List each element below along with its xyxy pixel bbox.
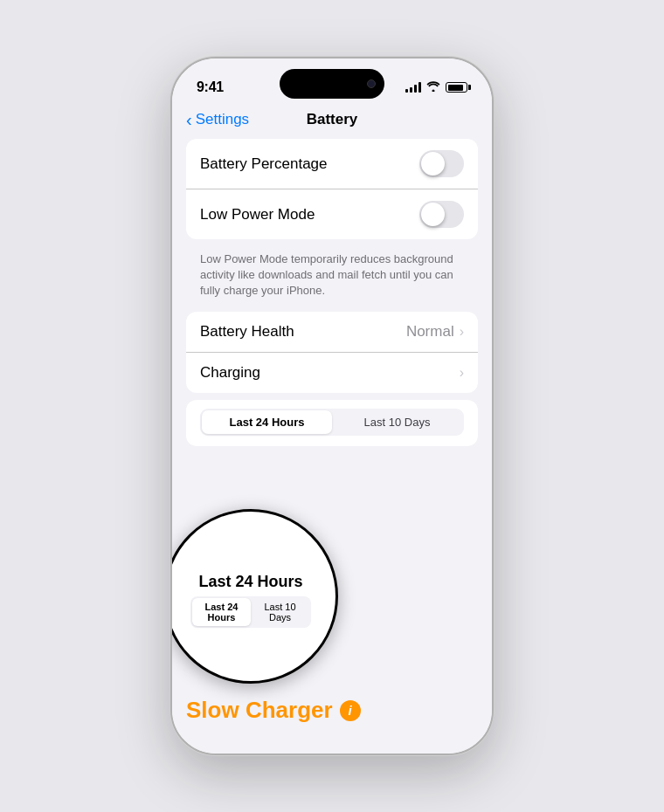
charging-label: Charging (200, 364, 260, 382)
back-label: Settings (196, 111, 249, 128)
dynamic-island (280, 69, 384, 99)
signal-icon (405, 82, 421, 93)
camera-indicator (367, 79, 376, 88)
battery-percentage-row[interactable]: Battery Percentage (186, 139, 478, 189)
battery-health-label: Battery Health (200, 323, 294, 341)
magnify-content: Last 24 Hours Last 24 Hours Last 10 Days (172, 559, 335, 635)
info-icon[interactable]: i (340, 700, 361, 721)
chevron-right-icon: › (460, 324, 464, 340)
battery-percentage-label: Battery Percentage (200, 155, 328, 173)
low-power-mode-label: Low Power Mode (200, 206, 315, 224)
low-power-description: Low Power Mode temporarily reduces backg… (186, 246, 478, 312)
slow-charger-area: Slow Charger i (186, 697, 361, 724)
magnify-segment-control: Last 24 Hours Last 10 Days (190, 596, 311, 628)
power-button[interactable] (492, 233, 494, 294)
toggles-group: Battery Percentage Low Power Mode (186, 139, 478, 239)
charging-right: › (460, 365, 464, 381)
last-24-hours-tab[interactable]: Last 24 Hours (202, 410, 332, 434)
charging-row[interactable]: Charging › (186, 352, 478, 393)
nav-group: Battery Health Normal › Charging › (186, 312, 478, 393)
nav-header: ‹ Settings Battery (172, 104, 492, 139)
status-bar: 9:41 (172, 58, 492, 104)
battery-percentage-toggle[interactable] (419, 150, 464, 177)
status-icons (405, 80, 467, 94)
screen-content: Battery Percentage Low Power Mode Low Po… (172, 139, 492, 453)
wifi-icon (426, 80, 440, 94)
status-time: 9:41 (197, 79, 224, 95)
magnify-overlay: Last 24 Hours Last 24 Hours Last 10 Days (172, 509, 338, 684)
battery-health-right: Normal › (406, 323, 464, 341)
magnify-10d-tab[interactable]: Last 10 Days (251, 598, 309, 626)
segment-control: Last 24 Hours Last 10 Days (200, 409, 464, 436)
usage-section: Last 24 Hours Last 10 Days (186, 400, 478, 446)
page-title: Battery (307, 111, 358, 128)
back-button[interactable]: ‹ Settings (186, 111, 249, 128)
toggle-knob-2 (421, 203, 445, 226)
battery-health-row[interactable]: Battery Health Normal › (186, 312, 478, 352)
last-24-hours-magnified: Last 24 Hours (183, 573, 318, 591)
battery-health-value: Normal (406, 323, 454, 341)
back-chevron-icon: ‹ (186, 111, 192, 128)
phone-screen: 9:41 (172, 58, 492, 754)
slow-charger-label: Slow Charger (186, 697, 333, 724)
low-power-mode-row[interactable]: Low Power Mode (186, 189, 478, 239)
magnify-24h-tab[interactable]: Last 24 Hours (192, 598, 251, 626)
chevron-right-icon-2: › (460, 365, 464, 381)
battery-icon (446, 82, 467, 93)
toggle-knob (421, 152, 445, 175)
low-power-mode-toggle[interactable] (419, 201, 464, 228)
last-10-days-tab[interactable]: Last 10 Days (332, 410, 462, 434)
